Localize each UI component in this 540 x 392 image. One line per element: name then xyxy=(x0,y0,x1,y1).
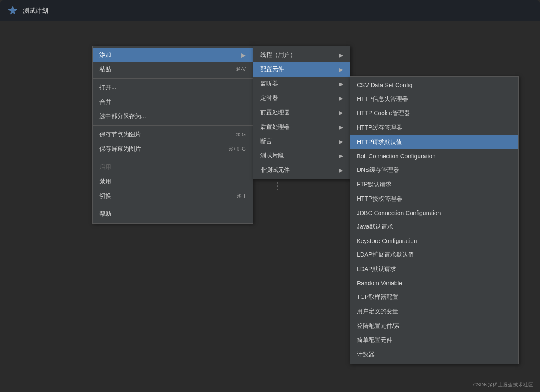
shortcut-toggle: ⌘-T xyxy=(236,193,246,199)
menu3-item-http-auth[interactable]: HTTP授权管理器 xyxy=(350,192,518,206)
arrow-icon-test-fragment: ▶ xyxy=(339,152,343,159)
menu3-item-ldap-default[interactable]: LDAP默认请求 xyxy=(350,262,518,276)
menu-item-label-save-node: 保存节点为图片 xyxy=(99,131,223,138)
menu2-label-test-fragment: 测试片段 xyxy=(260,152,339,160)
menu-item-label-disable: 禁用 xyxy=(99,178,246,185)
menu2-label-thread: 线程（用户） xyxy=(260,51,339,59)
menu-item-help[interactable]: 帮助 xyxy=(93,207,253,221)
menu3-item-dns-cache[interactable]: DNS缓存管理器 xyxy=(350,163,518,177)
menu3-label-http-default: HTTP请求默认值 xyxy=(357,138,402,146)
menu3-label-random-variable: Random Variable xyxy=(357,280,402,287)
arrow-icon-thread: ▶ xyxy=(339,52,343,58)
arrow-icon-non-test: ▶ xyxy=(339,167,343,174)
app-icon xyxy=(7,5,19,17)
menu2-item-post-processor[interactable]: 后置处理器▶ xyxy=(253,120,350,134)
menu3-label-http-cookie: HTTP Cookie管理器 xyxy=(357,110,410,117)
menu2-item-assertion[interactable]: 断言▶ xyxy=(253,134,350,149)
menu-item-label-save-selected: 选中部分保存为... xyxy=(99,113,246,120)
menu3-label-tcp-sampler: TCP取样器配置 xyxy=(357,293,398,301)
arrow-icon-listener: ▶ xyxy=(339,80,343,87)
arrow-icon-add: ▶ xyxy=(241,52,246,58)
menu-item-label-open: 打开... xyxy=(99,84,246,91)
menu3-item-counter[interactable]: 计数器 xyxy=(350,348,518,362)
menu-divider xyxy=(93,205,253,205)
menu3-item-bolt-connection[interactable]: Bolt Connection Configuration xyxy=(350,149,518,163)
shortcut-save-node: ⌘-G xyxy=(235,132,246,138)
menu-item-save-node[interactable]: 保存节点为图片⌘-G xyxy=(93,127,253,142)
menu2-label-post-processor: 后置处理器 xyxy=(260,123,339,131)
menu3-label-ldap-ext: LDAP扩展请求默认值 xyxy=(357,251,414,259)
menu3-item-login-config[interactable]: 登陆配置元件/素 xyxy=(350,319,518,333)
menu-item-label-paste: 粘贴 xyxy=(99,66,223,73)
menu-item-save-screen[interactable]: 保存屏幕为图片⌘+⇧-G xyxy=(93,142,253,156)
window-title: 测试计划 xyxy=(23,7,48,15)
menu3-item-ldap-ext[interactable]: LDAP扩展请求默认值 xyxy=(350,248,518,262)
menu-item-label-add: 添加 xyxy=(99,51,241,59)
menu2-item-non-test[interactable]: 非测试元件▶ xyxy=(253,163,350,177)
menu-item-open[interactable]: 打开... xyxy=(93,80,253,95)
menu3-item-java-default[interactable]: Java默认请求 xyxy=(350,220,518,234)
menu3-item-keystore[interactable]: Keystore Configuration xyxy=(350,234,518,248)
menu2-item-listener[interactable]: 监听器▶ xyxy=(253,77,350,91)
menu3-label-user-variables: 用户定义的变量 xyxy=(357,308,398,315)
menu2-label-listener: 监听器 xyxy=(260,80,339,88)
menu-item-save-selected[interactable]: 选中部分保存为... xyxy=(93,109,253,124)
menu2-item-config[interactable]: 配置元件▶ xyxy=(253,62,350,77)
menu3-item-http-cache[interactable]: HTTP缓存管理器 xyxy=(350,121,518,135)
menu3-label-counter: 计数器 xyxy=(357,351,375,359)
menu3-item-user-variables[interactable]: 用户定义的变量 xyxy=(350,304,518,319)
context-menu-level1: 添加▶粘贴⌘-V打开...合并选中部分保存为...保存节点为图片⌘-G保存屏幕为… xyxy=(92,46,253,224)
svg-marker-0 xyxy=(8,6,17,14)
menu-item-merge[interactable]: 合并 xyxy=(93,95,253,109)
menu3-item-tcp-sampler[interactable]: TCP取样器配置 xyxy=(350,290,518,304)
arrow-icon-config: ▶ xyxy=(339,66,343,73)
arrow-icon-timer: ▶ xyxy=(339,95,343,102)
menu-item-label-save-screen: 保存屏幕为图片 xyxy=(99,145,215,153)
menu3-label-java-default: Java默认请求 xyxy=(357,223,393,231)
menu2-item-timer[interactable]: 定时器▶ xyxy=(253,91,350,105)
menu-item-label-merge: 合并 xyxy=(99,98,246,106)
menu-item-add[interactable]: 添加▶ xyxy=(93,48,253,62)
menu2-label-timer: 定时器 xyxy=(260,94,339,102)
menu3-label-http-header: HTTP信息头管理器 xyxy=(357,95,408,103)
menu2-item-pre-processor[interactable]: 前置处理器▶ xyxy=(253,105,350,120)
title-bar: 测试计划 xyxy=(0,0,540,21)
menu3-label-csv-data: CSV Data Set Config xyxy=(357,82,413,88)
menu2-label-config: 配置元件 xyxy=(260,66,339,73)
menu3-label-login-config: 登陆配置元件/素 xyxy=(357,322,400,330)
menu-item-label-enable: 启用 xyxy=(99,163,246,171)
menu3-label-http-cache: HTTP缓存管理器 xyxy=(357,124,402,132)
menu-divider xyxy=(93,125,253,126)
menu3-item-http-header[interactable]: HTTP信息头管理器 xyxy=(350,92,518,106)
menu3-item-random-variable[interactable]: Random Variable xyxy=(350,276,518,290)
main-area: 添加▶粘贴⌘-V打开...合并选中部分保存为...保存节点为图片⌘-G保存屏幕为… xyxy=(0,21,540,392)
menu-item-paste[interactable]: 粘贴⌘-V xyxy=(93,62,253,77)
menu-item-label-help: 帮助 xyxy=(99,210,246,218)
menu3-label-dns-cache: DNS缓存管理器 xyxy=(357,166,399,174)
menu2-item-thread[interactable]: 线程（用户）▶ xyxy=(253,48,350,62)
menu-item-toggle[interactable]: 切换⌘-T xyxy=(93,189,253,203)
context-menu-level3: CSV Data Set ConfigHTTP信息头管理器HTTP Cookie… xyxy=(350,76,519,364)
menu-item-disable[interactable]: 禁用 xyxy=(93,174,253,189)
menu3-item-http-default[interactable]: HTTP请求默认值 xyxy=(350,135,518,149)
menu3-item-ftp-default[interactable]: FTP默认请求 xyxy=(350,177,518,192)
menu3-item-csv-data[interactable]: CSV Data Set Config xyxy=(350,78,518,92)
watermark: CSDN@稀土掘金技术社区 xyxy=(473,381,533,389)
menu3-label-ldap-default: LDAP默认请求 xyxy=(357,265,396,273)
menu3-label-simple-config: 简单配置元件 xyxy=(357,337,392,344)
menu2-item-test-fragment[interactable]: 测试片段▶ xyxy=(253,149,350,163)
menu3-item-jdbc-connection[interactable]: JDBC Connection Configuration xyxy=(350,206,518,220)
menu3-label-keystore: Keystore Configuration xyxy=(357,237,417,244)
context-menu-level2: 线程（用户）▶配置元件▶监听器▶定时器▶前置处理器▶后置处理器▶断言▶测试片段▶… xyxy=(253,46,350,179)
dots-separator xyxy=(277,182,278,190)
menu3-label-jdbc-connection: JDBC Connection Configuration xyxy=(357,210,441,216)
menu3-item-simple-config[interactable]: 简单配置元件 xyxy=(350,333,518,348)
menu3-label-http-auth: HTTP授权管理器 xyxy=(357,195,402,203)
menu3-label-bolt-connection: Bolt Connection Configuration xyxy=(357,153,435,160)
menu3-item-http-cookie[interactable]: HTTP Cookie管理器 xyxy=(350,106,518,121)
menu-item-enable: 启用 xyxy=(93,160,253,174)
shortcut-save-screen: ⌘+⇧-G xyxy=(228,146,246,152)
menu3-label-ftp-default: FTP默认请求 xyxy=(357,181,391,188)
arrow-icon-assertion: ▶ xyxy=(339,138,343,145)
shortcut-paste: ⌘-V xyxy=(236,66,246,72)
